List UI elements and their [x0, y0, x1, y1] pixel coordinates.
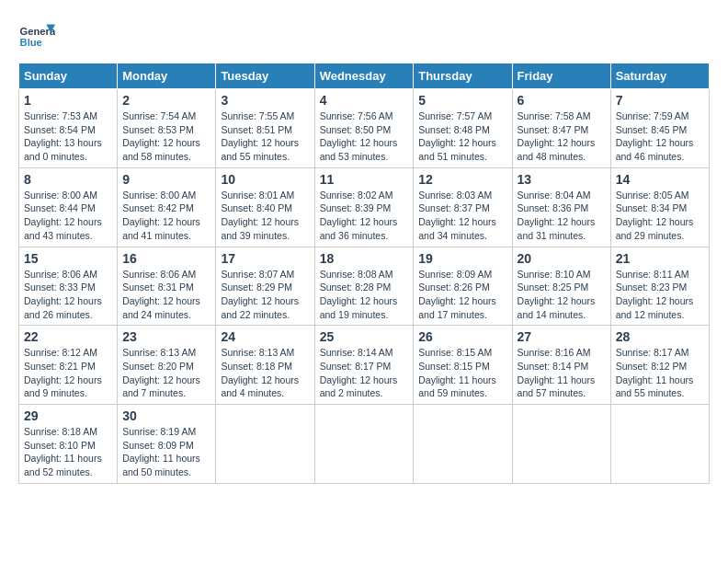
- calendar-cell: 28Sunrise: 8:17 AMSunset: 8:12 PMDayligh…: [610, 326, 709, 405]
- day-info: Sunrise: 8:00 AMSunset: 8:42 PMDaylight:…: [122, 189, 210, 243]
- day-info: Sunrise: 8:17 AMSunset: 8:12 PMDaylight:…: [616, 346, 704, 400]
- day-info: Sunrise: 8:04 AMSunset: 8:36 PMDaylight:…: [518, 189, 606, 243]
- day-info: Sunrise: 8:14 AMSunset: 8:17 PMDaylight:…: [320, 346, 409, 400]
- day-info: Sunrise: 8:12 AMSunset: 8:21 PMDaylight:…: [24, 346, 112, 400]
- day-info: Sunrise: 8:08 AMSunset: 8:28 PMDaylight:…: [320, 268, 409, 322]
- column-header-saturday: Saturday: [610, 63, 709, 89]
- calendar-week-2: 8Sunrise: 8:00 AMSunset: 8:44 PMDaylight…: [19, 167, 710, 247]
- day-info: Sunrise: 8:13 AMSunset: 8:20 PMDaylight:…: [122, 346, 210, 400]
- day-number: 22: [24, 329, 112, 344]
- column-header-monday: Monday: [118, 63, 216, 89]
- day-number: 21: [616, 251, 704, 266]
- day-info: Sunrise: 8:10 AMSunset: 8:25 PMDaylight:…: [518, 268, 606, 322]
- day-number: 26: [418, 329, 506, 344]
- day-number: 17: [221, 251, 309, 266]
- calendar-week-1: 1Sunrise: 7:53 AMSunset: 8:54 PMDaylight…: [19, 89, 710, 168]
- day-info: Sunrise: 8:05 AMSunset: 8:34 PMDaylight:…: [616, 189, 704, 243]
- page-header: General Blue: [18, 18, 710, 55]
- day-info: Sunrise: 8:03 AMSunset: 8:37 PMDaylight:…: [418, 189, 506, 243]
- day-info: Sunrise: 8:02 AMSunset: 8:39 PMDaylight:…: [320, 189, 409, 243]
- day-info: Sunrise: 8:13 AMSunset: 8:18 PMDaylight:…: [221, 346, 309, 400]
- day-info: Sunrise: 7:54 AMSunset: 8:53 PMDaylight:…: [122, 109, 210, 164]
- day-info: Sunrise: 8:09 AMSunset: 8:26 PMDaylight:…: [418, 268, 506, 322]
- day-number: 29: [24, 408, 112, 423]
- day-info: Sunrise: 8:16 AMSunset: 8:14 PMDaylight:…: [518, 346, 606, 400]
- day-info: Sunrise: 7:57 AMSunset: 8:48 PMDaylight:…: [418, 109, 506, 164]
- day-info: Sunrise: 8:18 AMSunset: 8:10 PMDaylight:…: [24, 425, 112, 479]
- calendar-header-row: SundayMondayTuesdayWednesdayThursdayFrid…: [19, 63, 710, 89]
- calendar-cell: 27Sunrise: 8:16 AMSunset: 8:14 PMDayligh…: [512, 326, 610, 405]
- calendar-cell: 19Sunrise: 8:09 AMSunset: 8:26 PMDayligh…: [414, 247, 512, 326]
- calendar-cell: 3Sunrise: 7:55 AMSunset: 8:51 PMDaylight…: [216, 89, 314, 168]
- calendar-cell: 7Sunrise: 7:59 AMSunset: 8:45 PMDaylight…: [610, 89, 709, 168]
- day-number: 1: [24, 93, 112, 108]
- day-number: 24: [221, 329, 309, 344]
- calendar-cell: 8Sunrise: 8:00 AMSunset: 8:44 PMDaylight…: [19, 167, 118, 247]
- calendar-cell: 16Sunrise: 8:06 AMSunset: 8:31 PMDayligh…: [118, 247, 216, 326]
- day-number: 7: [616, 93, 704, 108]
- calendar-table: SundayMondayTuesdayWednesdayThursdayFrid…: [18, 63, 710, 484]
- day-number: 4: [320, 93, 409, 108]
- day-number: 10: [221, 172, 309, 187]
- column-header-tuesday: Tuesday: [216, 63, 314, 89]
- day-info: Sunrise: 8:15 AMSunset: 8:15 PMDaylight:…: [418, 346, 506, 400]
- calendar-week-3: 15Sunrise: 8:06 AMSunset: 8:33 PMDayligh…: [19, 247, 710, 326]
- calendar-cell: 6Sunrise: 7:58 AMSunset: 8:47 PMDaylight…: [512, 89, 610, 168]
- day-number: 27: [518, 329, 606, 344]
- calendar-cell: 20Sunrise: 8:10 AMSunset: 8:25 PMDayligh…: [512, 247, 610, 326]
- day-number: 25: [320, 329, 409, 344]
- day-number: 28: [616, 329, 704, 344]
- day-info: Sunrise: 8:00 AMSunset: 8:44 PMDaylight:…: [24, 189, 112, 243]
- calendar-cell: 12Sunrise: 8:03 AMSunset: 8:37 PMDayligh…: [414, 167, 512, 247]
- day-number: 6: [518, 93, 606, 108]
- calendar-cell: 17Sunrise: 8:07 AMSunset: 8:29 PMDayligh…: [216, 247, 314, 326]
- calendar-cell: 5Sunrise: 7:57 AMSunset: 8:48 PMDaylight…: [414, 89, 512, 168]
- calendar-cell: 21Sunrise: 8:11 AMSunset: 8:23 PMDayligh…: [610, 247, 709, 326]
- calendar-cell: 13Sunrise: 8:04 AMSunset: 8:36 PMDayligh…: [512, 167, 610, 247]
- calendar-cell: 4Sunrise: 7:56 AMSunset: 8:50 PMDaylight…: [314, 89, 414, 168]
- day-number: 30: [122, 408, 210, 423]
- day-number: 11: [320, 172, 409, 187]
- day-number: 8: [24, 172, 112, 187]
- column-header-friday: Friday: [512, 63, 610, 89]
- day-number: 16: [122, 251, 210, 266]
- day-info: Sunrise: 8:11 AMSunset: 8:23 PMDaylight:…: [616, 268, 704, 322]
- calendar-week-5: 29Sunrise: 8:18 AMSunset: 8:10 PMDayligh…: [19, 405, 710, 484]
- calendar-cell: 15Sunrise: 8:06 AMSunset: 8:33 PMDayligh…: [19, 247, 118, 326]
- calendar-cell: 22Sunrise: 8:12 AMSunset: 8:21 PMDayligh…: [19, 326, 118, 405]
- day-info: Sunrise: 7:59 AMSunset: 8:45 PMDaylight:…: [616, 109, 704, 164]
- calendar-cell: 2Sunrise: 7:54 AMSunset: 8:53 PMDaylight…: [118, 89, 216, 168]
- calendar-cell: [314, 405, 414, 484]
- calendar-cell: 26Sunrise: 8:15 AMSunset: 8:15 PMDayligh…: [414, 326, 512, 405]
- calendar-cell: [512, 405, 610, 484]
- day-number: 23: [122, 329, 210, 344]
- day-info: Sunrise: 7:53 AMSunset: 8:54 PMDaylight:…: [24, 109, 112, 164]
- day-number: 19: [418, 251, 506, 266]
- svg-text:Blue: Blue: [20, 37, 42, 48]
- day-number: 18: [320, 251, 409, 266]
- calendar-cell: [610, 405, 709, 484]
- calendar-cell: 10Sunrise: 8:01 AMSunset: 8:40 PMDayligh…: [216, 167, 314, 247]
- day-number: 12: [418, 172, 506, 187]
- day-info: Sunrise: 8:07 AMSunset: 8:29 PMDaylight:…: [221, 268, 309, 322]
- calendar-cell: 11Sunrise: 8:02 AMSunset: 8:39 PMDayligh…: [314, 167, 414, 247]
- column-header-thursday: Thursday: [414, 63, 512, 89]
- calendar-cell: 24Sunrise: 8:13 AMSunset: 8:18 PMDayligh…: [216, 326, 314, 405]
- day-info: Sunrise: 8:06 AMSunset: 8:31 PMDaylight:…: [122, 268, 210, 322]
- day-info: Sunrise: 7:58 AMSunset: 8:47 PMDaylight:…: [518, 109, 606, 164]
- day-number: 14: [616, 172, 704, 187]
- day-number: 13: [518, 172, 606, 187]
- day-number: 20: [518, 251, 606, 266]
- calendar-cell: 1Sunrise: 7:53 AMSunset: 8:54 PMDaylight…: [19, 89, 118, 168]
- logo: General Blue: [18, 18, 59, 55]
- column-header-sunday: Sunday: [19, 63, 118, 89]
- calendar-cell: [414, 405, 512, 484]
- day-info: Sunrise: 7:56 AMSunset: 8:50 PMDaylight:…: [320, 109, 409, 164]
- calendar-cell: 14Sunrise: 8:05 AMSunset: 8:34 PMDayligh…: [610, 167, 709, 247]
- calendar-cell: [216, 405, 314, 484]
- calendar-cell: 29Sunrise: 8:18 AMSunset: 8:10 PMDayligh…: [19, 405, 118, 484]
- day-info: Sunrise: 8:06 AMSunset: 8:33 PMDaylight:…: [24, 268, 112, 322]
- calendar-cell: 23Sunrise: 8:13 AMSunset: 8:20 PMDayligh…: [118, 326, 216, 405]
- calendar-cell: 18Sunrise: 8:08 AMSunset: 8:28 PMDayligh…: [314, 247, 414, 326]
- day-info: Sunrise: 8:01 AMSunset: 8:40 PMDaylight:…: [221, 189, 309, 243]
